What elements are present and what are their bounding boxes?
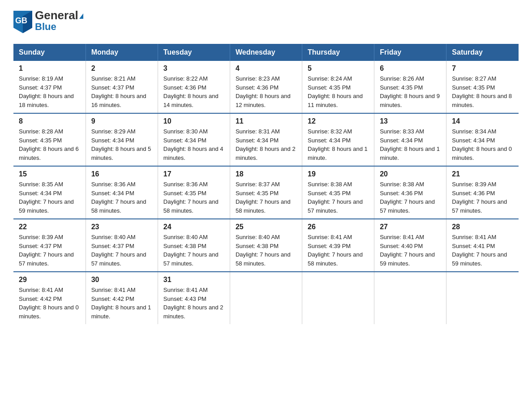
svg-text:GB: GB [15, 16, 27, 25]
calendar-cell: 23Sunrise: 8:40 AMSunset: 4:37 PMDayligh… [86, 219, 158, 272]
calendar-cell [374, 272, 446, 324]
calendar-body: 1Sunrise: 8:19 AMSunset: 4:37 PMDaylight… [13, 61, 519, 324]
calendar-cell: 7Sunrise: 8:27 AMSunset: 4:35 PMDaylight… [446, 61, 519, 113]
calendar-cell: 4Sunrise: 8:23 AMSunset: 4:36 PMDaylight… [230, 61, 302, 113]
header-day-thursday: Thursday [302, 44, 374, 61]
calendar-cell: 24Sunrise: 8:40 AMSunset: 4:38 PMDayligh… [158, 219, 230, 272]
day-info: Sunrise: 8:39 AMSunset: 4:37 PMDaylight:… [19, 233, 80, 268]
header-day-wednesday: Wednesday [230, 44, 302, 61]
day-number: 15 [19, 170, 80, 178]
header-day-tuesday: Tuesday [158, 44, 230, 61]
day-info: Sunrise: 8:40 AMSunset: 4:37 PMDaylight:… [91, 233, 152, 268]
week-row-2: 8Sunrise: 8:28 AMSunset: 4:35 PMDaylight… [13, 113, 519, 166]
calendar-cell: 11Sunrise: 8:31 AMSunset: 4:34 PMDayligh… [230, 113, 302, 166]
calendar-cell: 5Sunrise: 8:24 AMSunset: 4:35 PMDaylight… [302, 61, 374, 113]
day-info: Sunrise: 8:35 AMSunset: 4:34 PMDaylight:… [19, 180, 80, 215]
calendar-cell: 3Sunrise: 8:22 AMSunset: 4:36 PMDaylight… [158, 61, 230, 113]
calendar-cell: 26Sunrise: 8:41 AMSunset: 4:39 PMDayligh… [302, 219, 374, 272]
calendar-cell: 20Sunrise: 8:38 AMSunset: 4:36 PMDayligh… [374, 166, 446, 219]
day-info: Sunrise: 8:31 AMSunset: 4:34 PMDaylight:… [236, 127, 296, 162]
calendar-cell: 28Sunrise: 8:41 AMSunset: 4:41 PMDayligh… [446, 219, 519, 272]
day-number: 20 [380, 170, 441, 178]
week-row-1: 1Sunrise: 8:19 AMSunset: 4:37 PMDaylight… [13, 61, 519, 113]
day-number: 14 [452, 117, 513, 125]
week-row-5: 29Sunrise: 8:41 AMSunset: 4:42 PMDayligh… [13, 272, 519, 324]
day-number: 11 [236, 117, 296, 125]
calendar-cell: 17Sunrise: 8:36 AMSunset: 4:35 PMDayligh… [158, 166, 230, 219]
calendar-cell: 2Sunrise: 8:21 AMSunset: 4:37 PMDaylight… [86, 61, 158, 113]
day-number: 6 [380, 64, 441, 73]
day-info: Sunrise: 8:27 AMSunset: 4:35 PMDaylight:… [452, 74, 513, 109]
calendar-cell: 21Sunrise: 8:39 AMSunset: 4:36 PMDayligh… [446, 166, 519, 219]
day-number: 3 [163, 64, 224, 73]
calendar-cell [302, 272, 374, 324]
day-info: Sunrise: 8:23 AMSunset: 4:36 PMDaylight:… [236, 74, 296, 109]
day-info: Sunrise: 8:37 AMSunset: 4:35 PMDaylight:… [236, 180, 296, 215]
calendar-cell: 16Sunrise: 8:36 AMSunset: 4:34 PMDayligh… [86, 166, 158, 219]
header-day-sunday: Sunday [13, 44, 86, 61]
day-number: 27 [380, 223, 441, 231]
calendar-cell: 31Sunrise: 8:41 AMSunset: 4:43 PMDayligh… [158, 272, 230, 324]
day-info: Sunrise: 8:40 AMSunset: 4:38 PMDaylight:… [236, 233, 296, 268]
day-info: Sunrise: 8:29 AMSunset: 4:34 PMDaylight:… [91, 127, 152, 162]
day-info: Sunrise: 8:26 AMSunset: 4:35 PMDaylight:… [380, 74, 441, 109]
day-number: 12 [308, 117, 369, 125]
calendar-cell: 27Sunrise: 8:41 AMSunset: 4:40 PMDayligh… [374, 219, 446, 272]
day-number: 28 [452, 223, 513, 231]
day-info: Sunrise: 8:34 AMSunset: 4:34 PMDaylight:… [452, 127, 513, 162]
day-number: 10 [163, 117, 224, 125]
calendar-cell: 13Sunrise: 8:33 AMSunset: 4:34 PMDayligh… [374, 113, 446, 166]
day-number: 29 [19, 276, 80, 284]
day-info: Sunrise: 8:41 AMSunset: 4:41 PMDaylight:… [452, 233, 513, 268]
calendar-cell: 9Sunrise: 8:29 AMSunset: 4:34 PMDaylight… [86, 113, 158, 166]
calendar-cell [230, 272, 302, 324]
calendar-cell: 14Sunrise: 8:34 AMSunset: 4:34 PMDayligh… [446, 113, 519, 166]
calendar-cell: 10Sunrise: 8:30 AMSunset: 4:34 PMDayligh… [158, 113, 230, 166]
day-number: 25 [236, 223, 296, 231]
day-number: 16 [91, 170, 152, 178]
day-info: Sunrise: 8:41 AMSunset: 4:43 PMDaylight:… [163, 286, 224, 321]
day-number: 17 [163, 170, 224, 178]
day-info: Sunrise: 8:41 AMSunset: 4:42 PMDaylight:… [91, 286, 152, 321]
day-info: Sunrise: 8:36 AMSunset: 4:34 PMDaylight:… [91, 180, 152, 215]
day-number: 7 [452, 64, 513, 73]
calendar-cell: 18Sunrise: 8:37 AMSunset: 4:35 PMDayligh… [230, 166, 302, 219]
calendar-cell: 12Sunrise: 8:32 AMSunset: 4:34 PMDayligh… [302, 113, 374, 166]
calendar-cell: 29Sunrise: 8:41 AMSunset: 4:42 PMDayligh… [13, 272, 86, 324]
calendar-cell: 30Sunrise: 8:41 AMSunset: 4:42 PMDayligh… [86, 272, 158, 324]
day-number: 22 [19, 223, 80, 231]
day-info: Sunrise: 8:22 AMSunset: 4:36 PMDaylight:… [163, 74, 224, 109]
day-info: Sunrise: 8:41 AMSunset: 4:40 PMDaylight:… [380, 233, 441, 268]
calendar-header-row: SundayMondayTuesdayWednesdayThursdayFrid… [13, 44, 519, 61]
day-info: Sunrise: 8:36 AMSunset: 4:35 PMDaylight:… [163, 180, 224, 215]
calendar-cell: 25Sunrise: 8:40 AMSunset: 4:38 PMDayligh… [230, 219, 302, 272]
day-number: 24 [163, 223, 224, 231]
calendar-cell: 22Sunrise: 8:39 AMSunset: 4:37 PMDayligh… [13, 219, 86, 272]
day-number: 18 [236, 170, 296, 178]
calendar-cell: 6Sunrise: 8:26 AMSunset: 4:35 PMDaylight… [374, 61, 446, 113]
day-number: 19 [308, 170, 369, 178]
day-number: 5 [308, 64, 369, 73]
logo-general: General [35, 9, 83, 22]
day-number: 9 [91, 117, 152, 125]
day-info: Sunrise: 8:19 AMSunset: 4:37 PMDaylight:… [19, 74, 80, 109]
week-row-3: 15Sunrise: 8:35 AMSunset: 4:34 PMDayligh… [13, 166, 519, 219]
logo-icon: GB [13, 11, 32, 35]
day-info: Sunrise: 8:38 AMSunset: 4:36 PMDaylight:… [380, 180, 441, 215]
day-info: Sunrise: 8:40 AMSunset: 4:38 PMDaylight:… [163, 233, 224, 268]
calendar-cell: 15Sunrise: 8:35 AMSunset: 4:34 PMDayligh… [13, 166, 86, 219]
day-number: 13 [380, 117, 441, 125]
logo: GB General Blue [13, 9, 83, 35]
header-day-monday: Monday [86, 44, 158, 61]
calendar-cell: 8Sunrise: 8:28 AMSunset: 4:35 PMDaylight… [13, 113, 86, 166]
calendar-cell [446, 272, 519, 324]
day-info: Sunrise: 8:41 AMSunset: 4:39 PMDaylight:… [308, 233, 369, 268]
day-info: Sunrise: 8:28 AMSunset: 4:35 PMDaylight:… [19, 127, 80, 162]
day-number: 21 [452, 170, 513, 178]
header-day-saturday: Saturday [446, 44, 519, 61]
day-info: Sunrise: 8:21 AMSunset: 4:37 PMDaylight:… [91, 74, 152, 109]
header-day-friday: Friday [374, 44, 446, 61]
day-info: Sunrise: 8:33 AMSunset: 4:34 PMDaylight:… [380, 127, 441, 162]
logo-text-block: General Blue [35, 9, 83, 33]
logo-blue: Blue [35, 21, 83, 33]
